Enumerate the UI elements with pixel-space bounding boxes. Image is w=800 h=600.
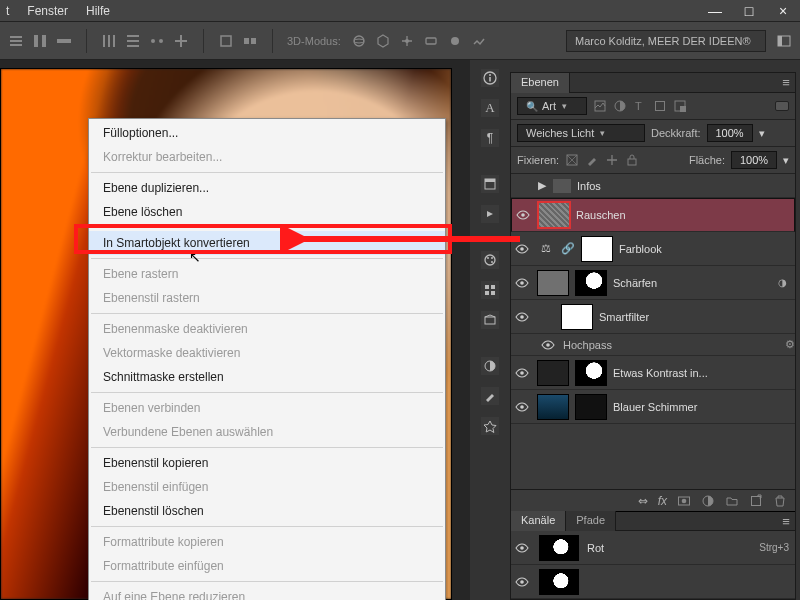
context-menu-item[interactable]: Ebene duplizieren... <box>89 176 445 200</box>
channel-thumbnail[interactable] <box>539 569 579 595</box>
layer-row[interactable]: Smartfilter <box>511 300 795 334</box>
tab-pfade[interactable]: Pfade <box>566 511 616 531</box>
channel-row[interactable] <box>511 565 795 599</box>
visibility-toggle[interactable] <box>539 336 557 354</box>
smartfilter-sub-item[interactable]: Hochpass⚙ <box>511 334 795 356</box>
channel-thumbnail[interactable] <box>539 535 579 561</box>
opacity-field[interactable]: 100% <box>707 124 753 142</box>
collapsed-panels-strip[interactable]: A ¶ <box>476 68 504 436</box>
chevron-down-icon[interactable]: ▾ <box>759 127 765 140</box>
layer-group[interactable]: ▶Infos <box>511 174 795 198</box>
layer-name[interactable]: Rauschen <box>576 209 788 221</box>
actions-panel-icon[interactable] <box>480 204 500 224</box>
menubar[interactable]: t Fenster Hilfe <box>0 0 650 22</box>
panel-toggle-icon[interactable] <box>776 33 792 49</box>
layer-mask-thumbnail[interactable] <box>575 270 607 296</box>
filter-shape-icon[interactable] <box>653 99 667 113</box>
new-layer-icon[interactable] <box>749 494 763 508</box>
filter-settings-icon[interactable]: ⚙ <box>785 338 795 351</box>
visibility-toggle[interactable] <box>513 398 531 416</box>
tab-kanaele[interactable]: Kanäle <box>511 511 566 531</box>
navigator-panel-icon[interactable] <box>480 416 500 436</box>
fill-field[interactable]: 100% <box>731 151 777 169</box>
align-icon[interactable] <box>56 33 72 49</box>
blendmode-select[interactable]: Weiches Licht ▾ <box>517 124 645 142</box>
distribute-icon[interactable] <box>173 33 189 49</box>
info-panel-icon[interactable] <box>480 68 500 88</box>
link-layers-icon[interactable]: ⇔ <box>638 494 648 508</box>
layer-thumbnail[interactable] <box>581 236 613 262</box>
tab-ebenen[interactable]: Ebenen <box>511 73 570 93</box>
menu-item[interactable]: t <box>6 4 9 18</box>
chevron-down-icon[interactable]: ▾ <box>783 154 789 167</box>
history-panel-icon[interactable] <box>480 174 500 194</box>
distribute-icon[interactable] <box>101 33 117 49</box>
context-menu-item[interactable]: In Smartobjekt konvertieren <box>89 231 445 255</box>
brush-panel-icon[interactable] <box>480 386 500 406</box>
character-panel-icon[interactable]: A <box>480 98 500 118</box>
channels-list[interactable]: RotStrg+3 <box>511 531 795 599</box>
layer-name[interactable]: Etwas Kontrast in... <box>613 367 789 379</box>
layer-thumbnail[interactable] <box>561 304 593 330</box>
filter-smart-icon[interactable] <box>673 99 687 113</box>
context-menu-item[interactable]: Schnittmaske erstellen <box>89 365 445 389</box>
window-minimize-button[interactable]: — <box>698 0 732 22</box>
lock-pixels-icon[interactable] <box>585 153 599 167</box>
visibility-toggle[interactable] <box>513 177 531 195</box>
layer-name[interactable]: Schärfen <box>613 277 772 289</box>
visibility-toggle[interactable] <box>513 573 531 591</box>
visibility-toggle[interactable] <box>514 206 532 224</box>
filter-type-icon[interactable]: T <box>633 99 647 113</box>
visibility-toggle[interactable] <box>513 274 531 292</box>
lock-all-icon[interactable] <box>625 153 639 167</box>
spacing-icon[interactable] <box>242 33 258 49</box>
layer-fx-icon[interactable]: fx <box>658 494 667 508</box>
lock-position-icon[interactable] <box>605 153 619 167</box>
3d-icon[interactable] <box>423 33 439 49</box>
layers-filter-kind[interactable]: 🔍 Art ▾ <box>517 97 587 115</box>
layer-mask-thumbnail[interactable] <box>575 394 607 420</box>
paragraph-panel-icon[interactable]: ¶ <box>480 128 500 148</box>
distribute-icon[interactable] <box>149 33 165 49</box>
3d-icon[interactable] <box>447 33 463 49</box>
context-menu-item[interactable]: Ebene löschen <box>89 200 445 224</box>
layer-name[interactable]: Smartfilter <box>599 311 789 323</box>
new-group-icon[interactable] <box>725 494 739 508</box>
layer-row[interactable]: Etwas Kontrast in... <box>511 356 795 390</box>
panel-menu-icon[interactable]: ≡ <box>777 512 795 530</box>
window-maximize-button[interactable]: □ <box>732 0 766 22</box>
layer-mask-thumbnail[interactable] <box>575 360 607 386</box>
layer-row[interactable]: Rauschen <box>511 198 795 232</box>
user-name-box[interactable]: Marco Kolditz, MEER DER IDEEN® <box>566 30 766 52</box>
context-menu-item[interactable]: Fülloptionen... <box>89 121 445 145</box>
layer-mask-icon[interactable] <box>677 494 691 508</box>
visibility-toggle[interactable] <box>513 308 531 326</box>
visibility-toggle[interactable] <box>513 364 531 382</box>
menu-item-fenster[interactable]: Fenster <box>27 4 68 18</box>
adjustments-panel-icon[interactable] <box>480 356 500 376</box>
spacing-icon[interactable] <box>218 33 234 49</box>
disclosure-triangle-icon[interactable]: ▶ <box>537 179 547 192</box>
layer-row[interactable]: Blauer Schimmer <box>511 390 795 424</box>
align-icon[interactable] <box>32 33 48 49</box>
layer-list[interactable]: ▶InfosRauschen⚖🔗FarblookSchärfen◑Smartfi… <box>511 174 795 489</box>
3d-icon[interactable] <box>375 33 391 49</box>
color-panel-icon[interactable] <box>480 250 500 270</box>
menu-item-hilfe[interactable]: Hilfe <box>86 4 110 18</box>
3d-icon[interactable] <box>399 33 415 49</box>
visibility-toggle[interactable] <box>513 539 531 557</box>
filter-toggle-switch[interactable] <box>775 101 789 111</box>
layer-row[interactable]: ⚖🔗Farblook <box>511 232 795 266</box>
3d-icon[interactable] <box>471 33 487 49</box>
styles-panel-icon[interactable] <box>480 310 500 330</box>
swatches-panel-icon[interactable] <box>480 280 500 300</box>
layer-thumbnail[interactable] <box>537 394 569 420</box>
filter-pixel-icon[interactable] <box>593 99 607 113</box>
layer-thumbnail[interactable] <box>537 360 569 386</box>
channel-row[interactable]: RotStrg+3 <box>511 531 795 565</box>
context-menu-item[interactable]: Ebenenstil löschen <box>89 499 445 523</box>
lock-transparent-icon[interactable] <box>565 153 579 167</box>
layer-thumbnail[interactable] <box>537 270 569 296</box>
filter-adjust-icon[interactable] <box>613 99 627 113</box>
distribute-icon[interactable] <box>125 33 141 49</box>
